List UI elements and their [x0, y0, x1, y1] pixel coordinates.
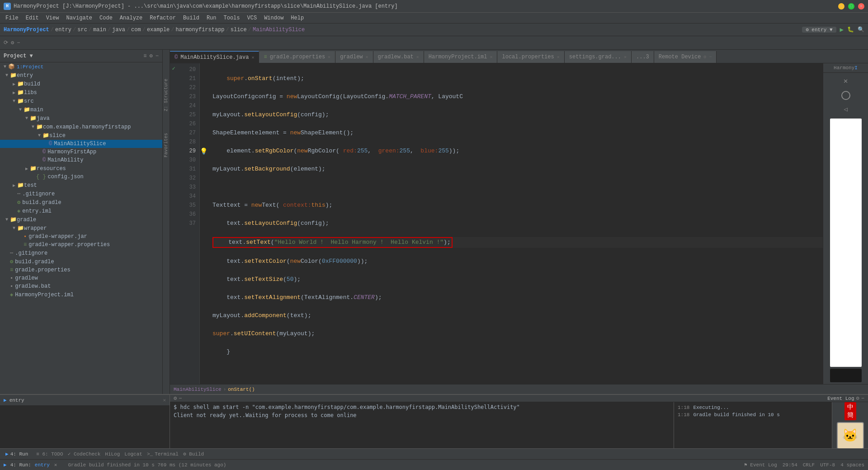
- sidebar-item-gradlew[interactable]: ▪ gradlew: [0, 274, 162, 282]
- nav-harmonyfirstapp[interactable]: harmonyfirstapp: [176, 27, 225, 33]
- maximize-button[interactable]: □: [848, 3, 854, 9]
- logcat-tab[interactable]: Logcat: [123, 451, 144, 457]
- menu-build[interactable]: Build: [179, 13, 203, 23]
- nav-src[interactable]: src: [77, 27, 87, 33]
- tab-gradleproperties[interactable]: ≡ gradle.properties ✕: [259, 51, 335, 63]
- todo-tab[interactable]: ≡ 6: TODO: [34, 451, 65, 457]
- sidebar-item-gitignore2[interactable]: ⋯ .gitignore: [0, 249, 162, 257]
- menu-tools[interactable]: Tools: [220, 13, 244, 23]
- run-status-name[interactable]: entry: [35, 462, 50, 468]
- nav-slice[interactable]: slice: [231, 27, 247, 33]
- sidebar-collapse-icon[interactable]: ≡: [143, 53, 146, 59]
- sidebar-item-harmonyfirstapp[interactable]: © HarmonyFirstApp: [0, 148, 162, 156]
- structure-tab[interactable]: Z: Structure: [164, 77, 169, 113]
- nav-mainabilityslice[interactable]: MainAbilitySlice: [253, 27, 305, 33]
- tab-localproperties[interactable]: local.properties ✕: [497, 51, 564, 63]
- sidebar-item-mainability[interactable]: © MainAbility: [0, 156, 162, 164]
- tab-gradlew-bat-close[interactable]: ✕: [416, 54, 419, 60]
- tab-harmonyprojectiml-close[interactable]: ✕: [490, 54, 492, 60]
- run-close-status[interactable]: ✕: [54, 462, 57, 468]
- codecheck-tab[interactable]: ✓ CodeCheck: [66, 451, 103, 457]
- sidebar-item-build[interactable]: ▶ 📁 build: [0, 80, 162, 88]
- sidebar-item-mainabilityslice[interactable]: © MainAbilitySlice: [0, 140, 162, 148]
- build-tab[interactable]: ⚙ Build: [181, 451, 206, 457]
- sidebar-item-buildgradle-entry[interactable]: ⚙ build.gradle: [0, 198, 162, 207]
- event-log-status[interactable]: ⚑ Event Log: [744, 462, 777, 468]
- tab-remote-minus-icon[interactable]: −: [709, 55, 712, 60]
- device-back-icon[interactable]: ◁: [844, 105, 847, 113]
- sidebar-item-buildgradle-root[interactable]: ⚙ build.gradle: [0, 257, 162, 266]
- debug-button[interactable]: 🐛: [847, 26, 854, 33]
- settings-icon-terminal[interactable]: ⚙: [174, 395, 177, 402]
- sidebar-minus-icon[interactable]: −: [156, 53, 159, 59]
- menu-file[interactable]: File: [2, 13, 22, 23]
- tab-gradlew-bat[interactable]: gradlew.bat ✕: [373, 51, 424, 63]
- sidebar-item-wrapper[interactable]: ▼ 📁 wrapper: [0, 224, 162, 233]
- nav-example[interactable]: example: [147, 27, 170, 33]
- sidebar-item-gradlew-bat[interactable]: ▪ gradlew.bat: [0, 282, 162, 290]
- tab-mainabilityslice[interactable]: © MainAbilitySlice.java ✕: [170, 51, 259, 63]
- minus-icon-terminal[interactable]: −: [179, 395, 182, 402]
- nav-main[interactable]: main: [93, 27, 106, 33]
- sidebar-item-src[interactable]: ▼ 📁 src: [0, 97, 162, 105]
- sidebar-item-libs[interactable]: ▶ 📁 libs: [0, 88, 162, 97]
- sidebar-item-java[interactable]: ▼ 📁 java: [0, 114, 162, 123]
- hilog-tab[interactable]: HiLog: [103, 451, 122, 457]
- sidebar-item-gitignore1[interactable]: ⋯ .gitignore: [0, 190, 162, 198]
- menu-code[interactable]: Code: [96, 13, 116, 23]
- tab-gradlew-close[interactable]: ✕: [366, 54, 368, 60]
- device-circle-icon[interactable]: [841, 91, 850, 100]
- tab-harmonyprojectiml[interactable]: HarmonyProject.iml ✕: [424, 51, 498, 63]
- tab-mainabilityslice-close[interactable]: ✕: [251, 55, 254, 60]
- tab-gradleproperties-close[interactable]: ✕: [328, 54, 330, 60]
- run-button[interactable]: ▶: [840, 26, 844, 33]
- nav-java[interactable]: java: [112, 27, 125, 33]
- spaces-indicator[interactable]: 4 spaces: [840, 462, 864, 468]
- sidebar-item-entry[interactable]: ▼ 📁 entry: [0, 71, 162, 80]
- sidebar-item-project[interactable]: ▼ 📦 1:Project: [0, 62, 162, 71]
- sidebar-item-test[interactable]: ▶ 📁 test: [0, 181, 162, 190]
- tab-remote-device[interactable]: Remote Device ⚙ −: [654, 51, 717, 63]
- tab-settingsgrad[interactable]: settings.grad... ✕: [565, 51, 632, 63]
- menu-edit[interactable]: Edit: [22, 13, 42, 23]
- crlf-indicator[interactable]: CRLF: [803, 462, 815, 468]
- device-close-icon[interactable]: ✕: [844, 76, 848, 85]
- close-button[interactable]: ✕: [858, 3, 864, 9]
- sidebar-item-slice[interactable]: ▼ 📁 slice: [0, 131, 162, 140]
- sidebar-item-resources[interactable]: ▶ 📁 resources: [0, 164, 162, 173]
- code-content[interactable]: super.onStart(intent); LayoutConfig conf…: [209, 63, 823, 384]
- sidebar-item-comexample[interactable]: ▼ 📁 com.example.harmonyfirstapp: [0, 123, 162, 131]
- run-tab[interactable]: ▶ 4: Run: [4, 451, 30, 457]
- tab-more[interactable]: ...3: [632, 51, 654, 63]
- toolbar-search[interactable]: 🔍: [858, 26, 864, 33]
- run-close-icon[interactable]: ✕: [163, 397, 166, 403]
- sidebar-settings-icon[interactable]: ⚙: [150, 52, 153, 59]
- toolbar-minus-icon[interactable]: −: [17, 40, 20, 46]
- sidebar-item-gradle-wrapper-jar[interactable]: ▪ gradle-wrapper.jar: [0, 233, 162, 241]
- sidebar-item-configjson[interactable]: { } config.json: [0, 173, 162, 181]
- sidebar-item-entryiml[interactable]: ◈ entry.iml: [0, 207, 162, 215]
- menu-analyze[interactable]: Analyze: [116, 13, 146, 23]
- event-log-settings[interactable]: ⚙: [856, 395, 859, 402]
- sidebar-item-gradle[interactable]: ▼ 📁 gradle: [0, 215, 162, 224]
- tab-gradlew[interactable]: gradlew ✕: [335, 51, 373, 63]
- event-log-close[interactable]: −: [861, 395, 864, 402]
- toolbar-sync-icon[interactable]: ⟳: [4, 39, 8, 46]
- nav-project[interactable]: HarmonyProject: [4, 27, 49, 33]
- tab-localproperties-close[interactable]: ✕: [557, 54, 560, 60]
- sidebar-item-gradle-wrapper-properties[interactable]: ≡ gradle-wrapper.properties: [0, 241, 162, 249]
- terminal-tab[interactable]: >_ Terminal: [145, 451, 180, 457]
- lightbulb-icon[interactable]: 💡: [200, 147, 208, 155]
- nav-com[interactable]: com: [131, 27, 141, 33]
- menu-view[interactable]: View: [42, 13, 63, 23]
- encoding-indicator[interactable]: UTF-8: [820, 462, 835, 468]
- menu-vcs[interactable]: VCS: [244, 13, 261, 23]
- toolbar-config-icon[interactable]: ⚙: [11, 39, 14, 46]
- sidebar-item-main[interactable]: ▼ 📁 main: [0, 105, 162, 114]
- favorites-tab[interactable]: Favorites: [164, 131, 169, 159]
- nav-entry[interactable]: entry: [55, 27, 71, 33]
- menu-help[interactable]: Help: [287, 13, 307, 23]
- tab-remote-settings-icon[interactable]: ⚙: [703, 54, 706, 60]
- sidebar-item-gradleproperties[interactable]: ≡ gradle.properties: [0, 266, 162, 274]
- menu-navigate[interactable]: Navigate: [62, 13, 96, 23]
